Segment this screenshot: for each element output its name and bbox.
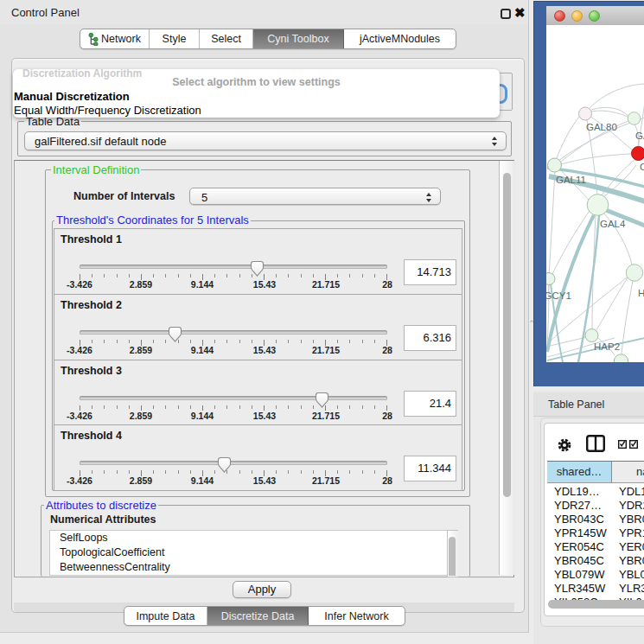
svg-text:GCY1: GCY1 [546, 290, 571, 301]
svg-text:H: H [638, 288, 644, 298]
svg-text:GAL: GAL [635, 131, 644, 141]
svg-text:GAL4: GAL4 [600, 219, 626, 229]
svg-text:GAL11: GAL11 [556, 175, 586, 185]
svg-text:CY: CY [640, 162, 644, 172]
svg-text:HAP2: HAP2 [594, 341, 620, 352]
svg-text:GAL80: GAL80 [586, 122, 617, 132]
